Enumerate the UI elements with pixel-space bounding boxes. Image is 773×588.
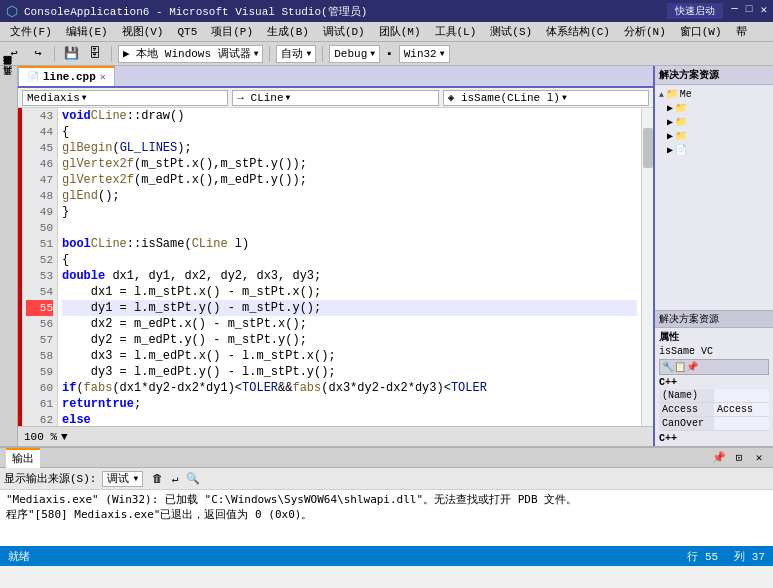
code-line-60[interactable]: if(fabs(dx1*dy2-dx2*dy1)<TOLER&&fabs(dx3… <box>62 380 637 396</box>
toolbar-separator-text: ▪ <box>384 48 395 60</box>
code-line-52[interactable]: { <box>62 252 637 268</box>
minimize-button[interactable]: ─ <box>731 3 738 19</box>
toolbar-separator-4 <box>322 46 323 62</box>
zoom-label: 100 % <box>24 431 57 443</box>
code-line-57[interactable]: dy2 = m_edPt.y() - m_stPt.y(); <box>62 332 637 348</box>
menu-project[interactable]: 项目(P) <box>205 23 259 40</box>
auto-dropdown[interactable]: 自动 ▼ <box>276 45 316 63</box>
code-content[interactable]: void CLine::draw(){ glBegin(GL_LINES); g… <box>58 108 641 426</box>
sidebar-text-1: 服务器资源管理器 <box>2 68 15 76</box>
close-button[interactable]: ✕ <box>760 3 767 19</box>
float-button[interactable]: ⊡ <box>731 450 747 466</box>
code-line-43[interactable]: void CLine::draw() <box>62 108 637 124</box>
zoom-dropdown-arrow[interactable]: ▼ <box>61 431 68 443</box>
properties-header-text: 解决方案资源 <box>659 314 719 325</box>
code-line-48[interactable]: glEnd(); <box>62 188 637 204</box>
debug-dropdown-arrow: ▼ <box>254 49 259 58</box>
platform-arrow: ▼ <box>440 49 445 58</box>
menu-test[interactable]: 测试(S) <box>484 23 538 40</box>
solution-child-2[interactable]: ▶ 📁 <box>665 115 771 129</box>
line-number-43: 43 <box>26 108 53 124</box>
prop-canover-label: CanOver <box>659 417 714 430</box>
tab-close-button[interactable]: ✕ <box>100 71 106 83</box>
file-icon-4: 📄 <box>675 144 687 156</box>
title-controls: 快速启动 ─ □ ✕ <box>667 3 767 19</box>
word-wrap-button[interactable]: ↵ <box>167 471 183 487</box>
code-line-59[interactable]: dy3 = l.m_edPt.y() - l.m_stPt.y(); <box>62 364 637 380</box>
debug-mode-dropdown[interactable]: Debug ▼ <box>329 45 380 63</box>
code-line-44[interactable]: { <box>62 124 637 140</box>
menu-qt5[interactable]: QT5 <box>171 25 203 39</box>
code-line-62[interactable]: else <box>62 412 637 426</box>
file-tab-line-cpp[interactable]: 📄 line.cpp ✕ <box>18 66 115 86</box>
prop-access-value: Access <box>714 403 769 416</box>
toolbar-separator-1 <box>54 46 55 62</box>
prop-row-name: (Name) <box>659 389 769 403</box>
save-all-button[interactable]: 🗄 <box>85 44 105 64</box>
output-tab[interactable]: 输出 <box>6 448 40 468</box>
undo-button[interactable]: ↩ <box>4 44 24 64</box>
close-panel-button[interactable]: ✕ <box>751 450 767 466</box>
debug-mode-arrow: ▼ <box>370 49 375 58</box>
line-number-46: 46 <box>26 156 53 172</box>
cpp-section-text: C++ <box>659 377 677 388</box>
expand-icon-2: ▶ <box>667 116 673 128</box>
code-line-53[interactable]: double dx1, dy1, dx2, dy2, dx3, dy3; <box>62 268 637 284</box>
right-panel: 解决方案资源 ▲ 📁 Me ▶ 📁 ▶ 📁 ▶ 📁 <box>653 66 773 446</box>
output-source-dropdown[interactable]: 调试 ▼ <box>102 471 143 487</box>
menu-window[interactable]: 窗口(W) <box>674 23 728 40</box>
output-controls: 📌 ⊡ ✕ <box>711 450 767 466</box>
code-line-46[interactable]: glVertex2f(m_stPt.x(),m_stPt.y()); <box>62 156 637 172</box>
menu-help[interactable]: 帮 <box>730 23 753 40</box>
tab-filename: line.cpp <box>43 71 96 83</box>
scope-dropdown[interactable]: ◈ isSame(CLine l) ▼ <box>443 90 649 106</box>
solution-item-me[interactable]: ▲ 📁 Me <box>657 87 771 101</box>
save-button[interactable]: 💾 <box>61 44 81 64</box>
vs-icon: ⬡ <box>6 3 18 20</box>
line-number-49: 49 <box>26 204 53 220</box>
menu-team[interactable]: 团队(M) <box>373 23 427 40</box>
solution-child-3[interactable]: ▶ 📁 <box>665 129 771 143</box>
code-line-47[interactable]: glVertex2f(m_edPt.x(),m_edPt.y()); <box>62 172 637 188</box>
code-line-45[interactable]: glBegin(GL_LINES); <box>62 140 637 156</box>
auto-dropdown-arrow: ▼ <box>306 49 311 58</box>
platform-dropdown[interactable]: Win32 ▼ <box>399 45 450 63</box>
main-area: 服务器资源管理器 工具箱 📄 line.cpp ✕ Mediaxis ▼ → C… <box>0 66 773 446</box>
menu-debug[interactable]: 调试(D) <box>317 23 371 40</box>
code-line-55[interactable]: dy1 = l.m_stPt.y() - m_stPt.y(); <box>62 300 637 316</box>
menu-analyze[interactable]: 分析(N) <box>618 23 672 40</box>
solution-child-4[interactable]: ▶ 📄 <box>665 143 771 157</box>
menu-file[interactable]: 文件(F) <box>4 23 58 40</box>
menu-edit[interactable]: 编辑(E) <box>60 23 114 40</box>
solution-explorer-header: 解决方案资源 <box>655 66 773 85</box>
quick-search-label[interactable]: 快速启动 <box>667 3 723 19</box>
menu-arch[interactable]: 体系结构(C) <box>540 23 616 40</box>
find-in-output-button[interactable]: 🔍 <box>185 471 201 487</box>
menu-view[interactable]: 视图(V) <box>116 23 170 40</box>
redo-button[interactable]: ↪ <box>28 44 48 64</box>
toolbar-icons-row: 🔧📋📌 <box>659 359 769 375</box>
code-line-58[interactable]: dx3 = l.m_edPt.x() - l.m_stPt.x(); <box>62 348 637 364</box>
code-line-49[interactable]: } <box>62 204 637 220</box>
output-dropdown-arrow: ▼ <box>133 474 138 483</box>
code-line-54[interactable]: dx1 = l.m_stPt.x() - m_stPt.x(); <box>62 284 637 300</box>
method-dropdown[interactable]: → CLine ▼ <box>232 90 438 106</box>
debug-target-dropdown[interactable]: ▶ 本地 Windows 调试器 ▼ <box>118 45 263 63</box>
code-line-61[interactable]: return true; <box>62 396 637 412</box>
code-line-56[interactable]: dx2 = m_edPt.x() - m_stPt.x(); <box>62 316 637 332</box>
menu-tools[interactable]: 工具(L) <box>429 23 483 40</box>
class-dropdown[interactable]: Mediaxis ▼ <box>22 90 228 106</box>
pin-button[interactable]: 📌 <box>711 450 727 466</box>
scrollbar-thumb[interactable] <box>643 128 653 168</box>
code-editor[interactable]: 4344454647484950515253545556575859606162… <box>18 108 653 426</box>
clear-output-button[interactable]: 🗑 <box>149 471 165 487</box>
line-number-59: 59 <box>26 364 53 380</box>
menu-build[interactable]: 生成(B) <box>261 23 315 40</box>
maximize-button[interactable]: □ <box>746 3 753 19</box>
solution-child-1[interactable]: ▶ 📁 <box>665 101 771 115</box>
code-line-50[interactable] <box>62 220 637 236</box>
function-name-label: isSame VC <box>659 346 769 357</box>
code-line-51[interactable]: bool CLine::isSame(CLine l) <box>62 236 637 252</box>
vertical-scrollbar[interactable] <box>641 108 653 426</box>
expand-icon-1: ▶ <box>667 102 673 114</box>
